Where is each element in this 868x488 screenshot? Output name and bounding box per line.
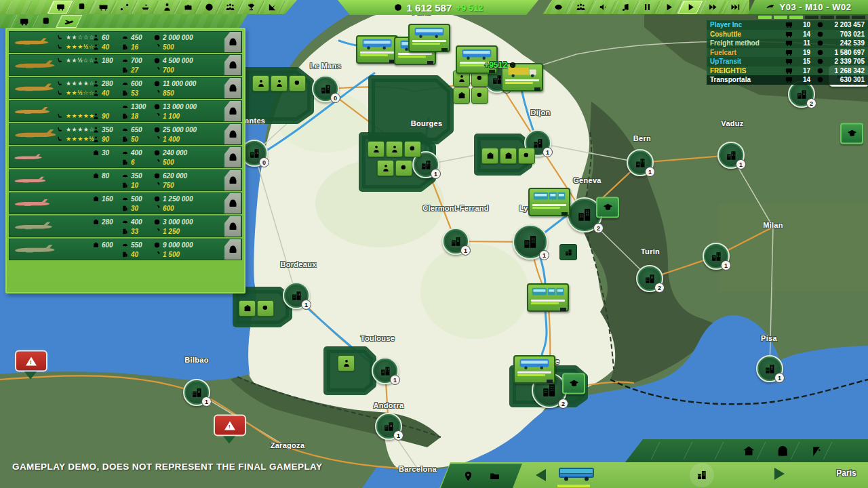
fuel-stat: 33 bbox=[121, 226, 138, 236]
station-count-badge: 1 bbox=[539, 250, 549, 260]
vehicle-folder-button[interactable] bbox=[489, 470, 500, 482]
aircraft-listing-row[interactable]: 160 500 1 250 000 30 600 bbox=[9, 192, 242, 214]
cargo-capacity: 160 bbox=[92, 194, 113, 203]
inspect-icon[interactable] bbox=[518, 148, 535, 164]
aircraft-listing-row[interactable]: ★★★★☆ 280 600 11 000 000 ★★½☆☆ 40 53 850 bbox=[9, 77, 242, 99]
aircraft-listing-row[interactable]: 1300 13 000 000 ★★★★★ 90 18 1 100 bbox=[9, 100, 242, 122]
leaderboard-row[interactable]: UpTransit 15 2 339 705 bbox=[707, 57, 868, 66]
leaderboard-row[interactable]: Coshuttle 14 703 021 bbox=[707, 30, 868, 39]
city-marker[interactable]: 2 bbox=[788, 81, 815, 108]
leaderboard-row[interactable]: Player Inc 10 2 203 457 bbox=[707, 20, 868, 30]
city-marker[interactable]: 1 bbox=[717, 142, 745, 169]
map-vehicle-bus[interactable] bbox=[356, 35, 398, 64]
cargo-capacity: 600 bbox=[92, 240, 113, 249]
aircraft-listing-row[interactable]: 280 400 3 000 000 33 1 250 bbox=[9, 216, 242, 237]
passenger-capacity: 350 bbox=[92, 125, 113, 134]
passenger-demand-icon bbox=[252, 75, 269, 92]
leaderboard-row[interactable]: Transportala 14 630 301 bbox=[707, 75, 868, 85]
comfort-rating: ★★½☆☆ bbox=[56, 56, 94, 65]
city-marker[interactable]: 0 bbox=[312, 75, 339, 102]
company-name: Freight method bbox=[707, 39, 785, 47]
cargo-hold-tab[interactable] bbox=[224, 239, 241, 260]
comfort-rating: ★★★★☆ bbox=[56, 79, 95, 88]
aircraft-listing-row[interactable]: ★★★★☆ 350 650 25 000 000 ★★★★½ 90 50 1 4… bbox=[9, 123, 242, 145]
graduation-cap-icon bbox=[568, 378, 580, 390]
cargo-hold-tab[interactable] bbox=[224, 78, 241, 98]
passenger-capacity: 60 bbox=[92, 33, 109, 42]
locate-pin-button[interactable] bbox=[462, 470, 474, 482]
maintenance-stat: 600 bbox=[153, 203, 174, 213]
city-marker[interactable]: 1 bbox=[703, 243, 730, 270]
building-tag[interactable] bbox=[559, 244, 577, 260]
cargo-hold-tab[interactable] bbox=[224, 124, 241, 144]
city-marker[interactable]: 1 bbox=[283, 282, 310, 309]
build-rail-button[interactable] bbox=[659, 442, 693, 460]
city-marker[interactable]: 1 bbox=[183, 379, 210, 406]
demand-tag[interactable] bbox=[338, 355, 355, 371]
build-crossing-button[interactable] bbox=[690, 442, 724, 460]
inspect-icon[interactable] bbox=[404, 141, 421, 157]
cargo-hold-tab[interactable] bbox=[224, 170, 241, 190]
map-vehicle-bus[interactable] bbox=[513, 355, 555, 384]
inspect-icon[interactable] bbox=[395, 160, 412, 176]
inspect-icon[interactable] bbox=[257, 300, 274, 317]
vehicle-count: 19 bbox=[795, 49, 810, 56]
build-station-button[interactable] bbox=[766, 442, 800, 460]
tab-planes[interactable] bbox=[55, 15, 82, 28]
city-marker[interactable]: 1 bbox=[756, 355, 783, 382]
demand-tag[interactable] bbox=[368, 141, 421, 157]
city-marker[interactable]: 1 bbox=[372, 357, 399, 384]
city-marker[interactable]: 1 bbox=[627, 149, 654, 176]
build-infrastructure-button[interactable] bbox=[799, 442, 833, 460]
inspect-icon[interactable] bbox=[471, 87, 488, 104]
city-marker[interactable]: 1 bbox=[442, 228, 469, 255]
aircraft-listing-row[interactable]: ★★½☆☆ 180 700 4 500 000 27 700 bbox=[9, 54, 242, 76]
inspect-icon[interactable] bbox=[289, 75, 306, 92]
company-money: 1 580 697 bbox=[827, 49, 868, 56]
fuel-stat: 10 bbox=[121, 180, 138, 190]
cargo-demand-icon bbox=[453, 87, 470, 104]
cargo-hold-tab[interactable] bbox=[224, 101, 241, 121]
speed-stat: 350 bbox=[121, 171, 142, 180]
warning-marker[interactable] bbox=[15, 350, 46, 380]
warning-marker[interactable] bbox=[214, 415, 245, 444]
city-marker[interactable]: 1 bbox=[375, 413, 402, 440]
aircraft-listing-row[interactable]: ★★☆☆☆ 60 450 2 000 000 ★★★½☆ 40 16 500 bbox=[9, 31, 242, 53]
graduation-cap-icon bbox=[846, 128, 858, 140]
leaderboard-row[interactable]: Fuelcart 19 1 580 697 bbox=[707, 48, 868, 58]
demand-tag[interactable] bbox=[252, 75, 306, 92]
selected-vehicle-thumbnail[interactable] bbox=[557, 466, 595, 487]
menu-button[interactable] bbox=[5, 1, 32, 14]
demand-tag[interactable] bbox=[481, 148, 535, 164]
previous-vehicle-button[interactable] bbox=[536, 469, 546, 481]
city-marker[interactable]: 1 bbox=[513, 224, 548, 260]
aircraft-listing-row[interactable]: 80 350 620 000 10 750 bbox=[9, 169, 242, 191]
aircraft-listing-row[interactable]: 600 550 9 000 000 40 1 500 bbox=[9, 239, 242, 260]
leaderboard-row[interactable]: FREIGHTIS 17 1 268 342 bbox=[707, 66, 868, 76]
demand-tag[interactable] bbox=[239, 300, 274, 317]
cargo-hold-tab[interactable] bbox=[224, 32, 241, 52]
speed-stat: 700 bbox=[121, 56, 142, 65]
cargo-hold-tab[interactable] bbox=[224, 193, 241, 214]
cargo-hold-tab[interactable] bbox=[224, 147, 241, 167]
aircraft-listing-row[interactable]: 30 400 240 000 6 500 bbox=[9, 146, 242, 168]
city-marker[interactable]: 2 bbox=[636, 265, 663, 292]
cargo-capacity: 280 bbox=[92, 217, 113, 226]
cargo-hold-tab[interactable] bbox=[224, 55, 241, 75]
demand-tag[interactable] bbox=[377, 160, 412, 176]
fastest-forward-button[interactable] bbox=[722, 1, 748, 14]
academy-tag[interactable] bbox=[596, 197, 619, 218]
leaderboard-row[interactable]: Freight method 11 242 539 bbox=[707, 39, 868, 48]
academy-tag[interactable] bbox=[840, 123, 863, 144]
academy-tag[interactable] bbox=[562, 373, 585, 394]
fuel-stat: 30 bbox=[121, 203, 138, 213]
company-leaderboard: Player Inc 10 2 203 457 Coshuttle 14 703… bbox=[707, 20, 868, 85]
cargo-hold-tab[interactable] bbox=[224, 216, 241, 237]
map-vehicle-bus[interactable] bbox=[408, 24, 450, 52]
price-stat: 2 000 000 bbox=[153, 33, 193, 42]
build-depot-button[interactable] bbox=[732, 442, 766, 460]
map-vehicle-train[interactable] bbox=[528, 188, 570, 216]
next-vehicle-button[interactable] bbox=[774, 468, 785, 480]
map-vehicle-train[interactable] bbox=[527, 283, 569, 312]
demand-tag[interactable] bbox=[453, 87, 488, 104]
